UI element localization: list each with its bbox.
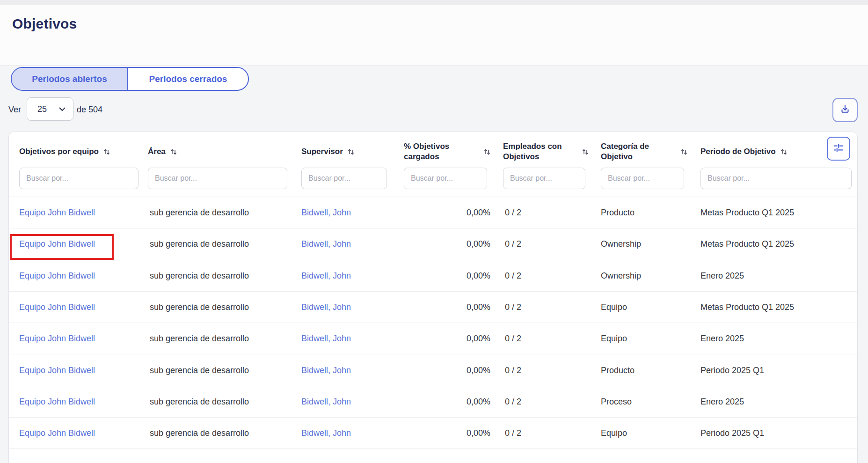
pct-objetivos-cell: 0,00% — [404, 208, 490, 218]
area-cell: sub gerencia de desarrollo — [150, 302, 249, 312]
team-link[interactable]: Equipo John Bidwell — [19, 397, 95, 406]
tab-periodos-cerrados[interactable]: Periodos cerrados — [128, 68, 248, 90]
empleados-cell: 0 / 2 — [505, 397, 521, 406]
supervisor-link[interactable]: Bidwell, John — [301, 208, 351, 218]
column-header-periodo-de-objetivo[interactable]: Periodo de Objetivo — [700, 140, 788, 164]
filter-input-supervisor[interactable] — [301, 168, 387, 189]
total-count-label: de 504 — [77, 105, 102, 115]
sort-arrows-icon[interactable] — [347, 148, 355, 155]
table-row: Equipo John Bidwell sub gerencia de desa… — [9, 260, 857, 292]
supervisor-link[interactable]: Bidwell, John — [301, 428, 351, 438]
empleados-cell: 0 / 2 — [505, 302, 521, 312]
chevron-down-icon — [59, 107, 66, 111]
table-header: Objetivos por equipo Área Supervisor % O… — [9, 132, 857, 197]
page-title: Objetivos — [12, 16, 77, 32]
team-link[interactable]: Equipo John Bidwell — [19, 239, 95, 249]
filter-input-objetivos-por-equipo[interactable] — [19, 168, 139, 189]
supervisor-link[interactable]: Bidwell, John — [301, 302, 351, 312]
download-button[interactable] — [832, 98, 858, 122]
categoria-cell: Equipo — [601, 302, 627, 312]
team-link[interactable]: Equipo John Bidwell — [19, 271, 95, 280]
pct-objetivos-cell: 0,00% — [404, 302, 490, 312]
column-header-pct-objetivos-cargados[interactable]: % Objetivos cargados — [404, 140, 491, 164]
pct-objetivos-cell: 0,00% — [404, 365, 490, 375]
sliders-icon — [832, 142, 845, 155]
filter-input-pct-objetivos[interactable] — [404, 168, 487, 189]
area-cell: sub gerencia de desarrollo — [150, 397, 249, 406]
filter-input-empleados[interactable] — [503, 168, 585, 189]
supervisor-link[interactable]: Bidwell, John — [301, 334, 351, 344]
column-header-objetivos-por-equipo[interactable]: Objetivos por equipo — [19, 140, 110, 164]
empleados-cell: 0 / 2 — [505, 365, 521, 375]
team-link[interactable]: Equipo John Bidwell — [19, 302, 95, 312]
table-row: Equipo John Bidwell sub gerencia de desa… — [9, 197, 857, 228]
area-cell: sub gerencia de desarrollo — [150, 334, 249, 344]
sort-arrows-icon[interactable] — [170, 148, 177, 155]
tab-periodos-abiertos[interactable]: Periodos abiertos — [12, 68, 128, 90]
sort-arrows-icon[interactable] — [582, 148, 589, 155]
sort-arrows-icon[interactable] — [780, 148, 788, 155]
filter-input-categoria[interactable] — [601, 168, 684, 189]
periodo-cell: Metas Producto Q1 2025 — [700, 239, 794, 249]
periodo-cell: Enero 2025 — [700, 397, 744, 406]
filter-input-area[interactable] — [148, 168, 287, 189]
table-row: Equipo John Bidwell sub gerencia de desa… — [9, 354, 857, 386]
column-header-categoria-de-objetivo[interactable]: Categoría de Objetivo — [601, 140, 688, 164]
categoria-cell: Equipo — [601, 334, 627, 344]
table-row: Equipo John Bidwell sub gerencia de desa… — [9, 292, 857, 323]
period-tabs: Periodos abiertos Periodos cerrados — [11, 67, 249, 91]
table-body: Equipo John Bidwell sub gerencia de desa… — [9, 197, 857, 449]
area-cell: sub gerencia de desarrollo — [150, 365, 249, 375]
column-settings-button[interactable] — [827, 137, 850, 161]
pct-objetivos-cell: 0,00% — [404, 397, 490, 406]
team-link[interactable]: Equipo John Bidwell — [19, 365, 95, 375]
supervisor-link[interactable]: Bidwell, John — [301, 239, 351, 249]
sort-arrows-icon[interactable] — [103, 148, 110, 155]
periodo-cell: Periodo 2025 Q1 — [700, 428, 764, 438]
column-header-area[interactable]: Área — [148, 140, 177, 164]
pct-objetivos-cell: 0,00% — [404, 428, 490, 438]
categoria-cell: Proceso — [601, 397, 632, 406]
categoria-cell: Producto — [601, 365, 635, 375]
team-link[interactable]: Equipo John Bidwell — [19, 334, 95, 344]
sort-arrows-icon[interactable] — [680, 148, 688, 155]
area-cell: sub gerencia de desarrollo — [150, 271, 249, 280]
column-header-supervisor[interactable]: Supervisor — [301, 140, 355, 164]
pct-objetivos-cell: 0,00% — [404, 271, 490, 280]
team-link[interactable]: Equipo John Bidwell — [19, 208, 95, 218]
top-strip — [0, 0, 868, 5]
objectives-table: Objetivos por equipo Área Supervisor % O… — [8, 132, 858, 463]
page-size-value: 25 — [37, 104, 47, 114]
column-header-empleados-con-objetivos[interactable]: Empleados con Objetivos — [503, 140, 589, 164]
supervisor-link[interactable]: Bidwell, John — [301, 365, 351, 375]
pct-objetivos-cell: 0,00% — [404, 334, 490, 344]
empleados-cell: 0 / 2 — [505, 428, 521, 438]
area-cell: sub gerencia de desarrollo — [150, 239, 249, 249]
table-row: Equipo John Bidwell sub gerencia de desa… — [9, 228, 857, 260]
categoria-cell: Ownership — [601, 239, 641, 249]
periodo-cell: Periodo 2025 Q1 — [700, 365, 764, 375]
table-row: Equipo John Bidwell sub gerencia de desa… — [9, 386, 857, 418]
periodo-cell: Enero 2025 — [700, 334, 744, 344]
page-size-label: Ver — [8, 105, 21, 115]
empleados-cell: 0 / 2 — [505, 334, 521, 344]
categoria-cell: Ownership — [601, 271, 641, 280]
area-cell: sub gerencia de desarrollo — [150, 428, 249, 438]
team-link[interactable]: Equipo John Bidwell — [19, 428, 95, 438]
sort-arrows-icon[interactable] — [483, 148, 491, 155]
supervisor-link[interactable]: Bidwell, John — [301, 397, 351, 406]
filter-input-periodo[interactable] — [700, 168, 852, 189]
page-header: Objetivos — [0, 5, 868, 66]
empleados-cell: 0 / 2 — [505, 208, 521, 218]
periodo-cell: Enero 2025 — [700, 271, 744, 280]
supervisor-link[interactable]: Bidwell, John — [301, 271, 351, 280]
empleados-cell: 0 / 2 — [505, 239, 521, 249]
objectives-page: Objetivos Periodos abiertos Periodos cer… — [0, 0, 868, 463]
download-icon — [839, 104, 851, 117]
page-size-select[interactable]: 25 — [27, 97, 73, 121]
empleados-cell: 0 / 2 — [505, 271, 521, 280]
table-row: Equipo John Bidwell sub gerencia de desa… — [9, 323, 857, 354]
categoria-cell: Producto — [601, 208, 635, 218]
periodo-cell: Metas Producto Q1 2025 — [700, 302, 794, 312]
periodo-cell: Metas Producto Q1 2025 — [700, 208, 794, 218]
